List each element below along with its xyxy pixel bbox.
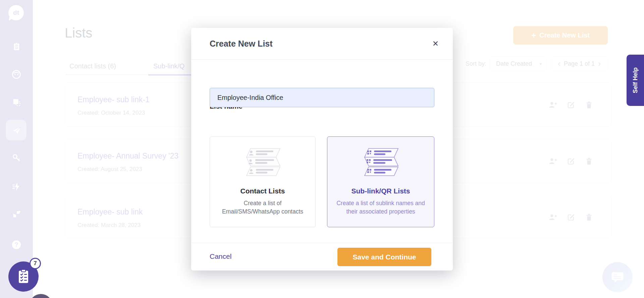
contact-lists-description: Create a list of Email/SMS/WhatsApp cont… xyxy=(210,199,315,216)
self-help-tab[interactable]: Self Help xyxy=(627,55,644,106)
modal-footer: Cancel Save and Continue xyxy=(191,243,453,271)
checklist-count-badge: 7 xyxy=(30,258,41,269)
create-new-list-modal: Create New List ✕ List name* List type* xyxy=(191,28,453,271)
sublink-qr-lists-icon xyxy=(362,148,399,176)
modal-title: Create New List xyxy=(210,39,273,49)
checklist-icon xyxy=(16,269,31,284)
contact-lists-icon xyxy=(244,148,281,176)
modal-header: Create New List ✕ xyxy=(191,28,453,60)
list-type-option-contact[interactable]: Contact Lists Create a list of Email/SMS… xyxy=(210,136,316,227)
app-screen: dt xyxy=(0,0,644,298)
self-help-label: Self Help xyxy=(632,67,639,93)
sublink-qr-lists-title: Sub-link/QR Lists xyxy=(327,187,434,195)
sublink-qr-lists-description: Create a list of sublink names and their… xyxy=(327,199,434,216)
save-and-continue-button[interactable]: Save and Continue xyxy=(337,248,431,266)
list-type-option-sublink-qr[interactable]: Sub-link/QR Lists Create a list of subli… xyxy=(327,136,434,227)
list-name-input[interactable] xyxy=(210,88,434,107)
cancel-button[interactable]: Cancel xyxy=(210,252,231,260)
contact-lists-title: Contact Lists xyxy=(210,187,315,195)
close-icon[interactable]: ✕ xyxy=(432,40,439,48)
